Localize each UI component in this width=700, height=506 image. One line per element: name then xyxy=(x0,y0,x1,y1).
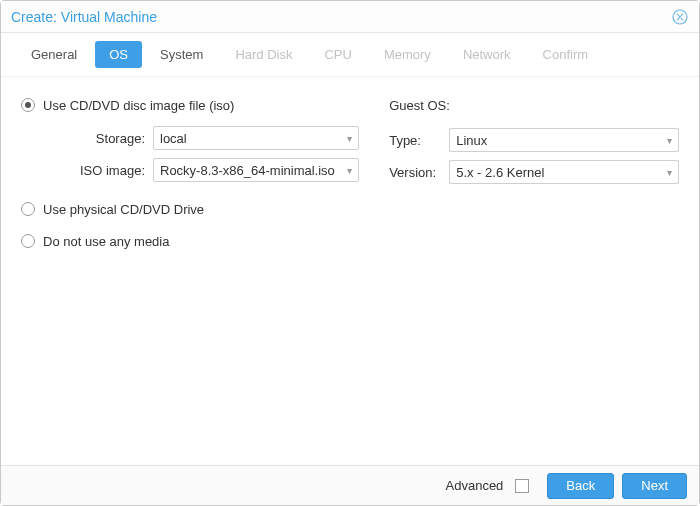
storage-select[interactable]: local ▾ xyxy=(153,126,359,150)
radio-icon xyxy=(21,202,35,216)
tab-general[interactable]: General xyxy=(17,41,91,68)
iso-label: ISO image: xyxy=(43,163,153,178)
window-title: Create: Virtual Machine xyxy=(11,9,671,25)
footer: Advanced Back Next xyxy=(1,465,699,505)
titlebar: Create: Virtual Machine xyxy=(1,1,699,33)
tab-network: Network xyxy=(449,41,525,68)
os-version-select[interactable]: 5.x - 2.6 Kernel ▾ xyxy=(449,160,679,184)
iso-select[interactable]: Rocky-8.3-x86_64-minimal.iso ▾ xyxy=(153,158,359,182)
storage-row: Storage: local ▾ xyxy=(43,125,359,151)
chevron-down-icon: ▾ xyxy=(667,167,672,178)
os-version-label: Version: xyxy=(389,165,449,180)
back-button[interactable]: Back xyxy=(547,473,614,499)
content-area: Use CD/DVD disc image file (iso) Storage… xyxy=(1,77,699,465)
radio-label-iso: Use CD/DVD disc image file (iso) xyxy=(43,98,234,113)
radio-option-physical[interactable]: Use physical CD/DVD Drive xyxy=(21,197,359,221)
radio-icon xyxy=(21,98,35,112)
tab-hard-disk: Hard Disk xyxy=(221,41,306,68)
tab-cpu: CPU xyxy=(310,41,365,68)
iso-fields: Storage: local ▾ ISO image: Rocky-8.3-x8… xyxy=(21,125,359,183)
storage-label: Storage: xyxy=(43,131,153,146)
iso-value: Rocky-8.3-x86_64-minimal.iso xyxy=(160,163,335,178)
advanced-label: Advanced xyxy=(446,478,504,493)
wizard-tabs: General OS System Hard Disk CPU Memory N… xyxy=(1,33,699,77)
close-button[interactable] xyxy=(671,8,689,26)
chevron-down-icon: ▾ xyxy=(347,165,352,176)
chevron-down-icon: ▾ xyxy=(667,135,672,146)
chevron-down-icon: ▾ xyxy=(347,133,352,144)
os-version-value: 5.x - 2.6 Kernel xyxy=(456,165,544,180)
radio-icon xyxy=(21,234,35,248)
guest-os-title: Guest OS: xyxy=(389,93,679,117)
tab-confirm: Confirm xyxy=(529,41,603,68)
radio-option-iso[interactable]: Use CD/DVD disc image file (iso) xyxy=(21,93,359,117)
os-type-select[interactable]: Linux ▾ xyxy=(449,128,679,152)
os-type-value: Linux xyxy=(456,133,487,148)
dialog-create-vm: Create: Virtual Machine General OS Syste… xyxy=(0,0,700,506)
close-icon xyxy=(672,9,688,25)
guest-os-column: Guest OS: Type: Linux ▾ Version: 5.x - 2… xyxy=(389,93,679,449)
advanced-checkbox[interactable] xyxy=(515,479,529,493)
radio-option-none[interactable]: Do not use any media xyxy=(21,229,359,253)
next-button[interactable]: Next xyxy=(622,473,687,499)
radio-label-physical: Use physical CD/DVD Drive xyxy=(43,202,204,217)
radio-label-none: Do not use any media xyxy=(43,234,169,249)
os-type-row: Type: Linux ▾ xyxy=(389,127,679,153)
storage-value: local xyxy=(160,131,187,146)
tab-system[interactable]: System xyxy=(146,41,217,68)
tab-memory: Memory xyxy=(370,41,445,68)
media-column: Use CD/DVD disc image file (iso) Storage… xyxy=(21,93,359,449)
os-version-row: Version: 5.x - 2.6 Kernel ▾ xyxy=(389,159,679,185)
tab-os[interactable]: OS xyxy=(95,41,142,68)
iso-row: ISO image: Rocky-8.3-x86_64-minimal.iso … xyxy=(43,157,359,183)
os-type-label: Type: xyxy=(389,133,449,148)
